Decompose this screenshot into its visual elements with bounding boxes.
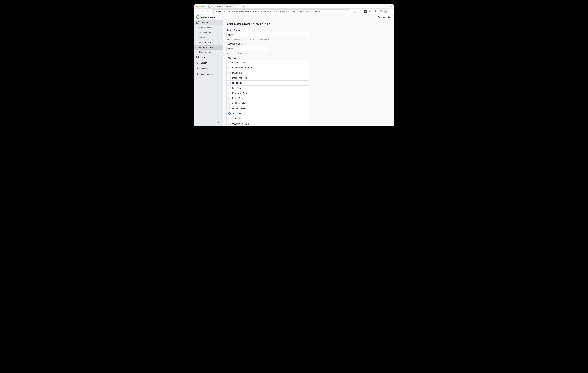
technical-name-input[interactable]: [226, 46, 268, 51]
field-type-label: Date Field: [232, 72, 242, 74]
technical-name-label: Technical Name: [226, 43, 390, 45]
svg-line-8: [384, 16, 385, 17]
browser-menu-icon[interactable]: [389, 10, 392, 13]
field-type-option[interactable]: Content Picker Field: [227, 65, 309, 70]
chevron-right-icon: ›: [220, 73, 220, 75]
radio-icon: [228, 82, 231, 84]
sidebar-item-security[interactable]: Security ›: [194, 66, 223, 71]
field-type-option[interactable]: Numeric Field: [227, 106, 309, 111]
radio-icon: [228, 118, 231, 120]
field-type-option[interactable]: Boolean Field: [227, 60, 309, 65]
sidebar-item-search[interactable]: Search ›: [194, 60, 223, 66]
radio-icon: [228, 92, 231, 94]
edit-icon: [196, 21, 199, 24]
window-zoom[interactable]: [202, 6, 204, 7]
browser-toolbar: i localhost:5243/Admin/ContentTypes/AddF…: [194, 9, 394, 14]
sidebar-item-design[interactable]: Design ›: [194, 55, 223, 60]
svg-point-6: [391, 11, 391, 11]
svg-point-12: [197, 62, 198, 64]
share-icon[interactable]: [353, 10, 357, 13]
chevron-down-icon: ⌄: [219, 22, 220, 24]
app-body: Content ⌄ Content Items Media Library Me…: [194, 20, 394, 126]
radio-icon: [228, 97, 231, 99]
sidebar-collapse-button[interactable]: [217, 121, 221, 125]
field-type-option[interactable]: User Picker Field: [227, 121, 309, 126]
svg-point-2: [369, 11, 371, 12]
url-port: :5243: [223, 10, 228, 12]
field-type-label: Markdown Field: [232, 92, 248, 94]
sidebar-item-content-items[interactable]: Content Items: [194, 25, 223, 30]
field-type-label: Multi Text Field: [232, 102, 247, 105]
browser-tab[interactable]: orchard-demo - Add New Fiel… ×: [207, 4, 241, 9]
field-type-option[interactable]: Time Field: [227, 116, 309, 121]
nav-forward-button[interactable]: [200, 10, 204, 13]
field-type-option[interactable]: Markdown Field: [227, 91, 309, 96]
field-type-option[interactable]: Date Time Field: [227, 75, 309, 80]
app-header: orchard-demo ▼: [194, 14, 394, 20]
tab-close-icon[interactable]: ×: [238, 5, 240, 8]
display-name-hint: Name of the field as it will be displaye…: [226, 38, 390, 41]
window-close[interactable]: [196, 6, 198, 7]
nav-back-button[interactable]: [196, 10, 199, 13]
sidebar-item-configuration[interactable]: Configuration ›: [194, 71, 223, 77]
field-type-label: Date Time Field: [232, 77, 247, 79]
field-type-option[interactable]: Link Field: [227, 86, 309, 91]
field-type-option[interactable]: Multi Text Field: [227, 101, 309, 106]
radio-icon: [228, 112, 231, 115]
chevron-down-icon: ⌄: [219, 41, 220, 43]
field-type-label: Numeric Field: [232, 107, 245, 110]
page-title: Add New Field To "Recipe": [226, 22, 390, 26]
field-type-option[interactable]: Media Field: [227, 96, 309, 101]
extension-badge[interactable]: •••: [364, 10, 367, 13]
field-type-label: Content Picker Field: [232, 66, 252, 69]
svg-rect-9: [196, 56, 199, 58]
window-minimize[interactable]: [199, 6, 201, 7]
radio-icon: [228, 87, 231, 89]
url-host: localhost: [215, 10, 223, 12]
new-tab-button[interactable]: +: [241, 4, 245, 9]
sidebar-item-content[interactable]: Content ⌄: [194, 20, 223, 25]
lock-icon: [196, 67, 199, 70]
extensions-puzzle-icon[interactable]: [374, 10, 377, 13]
radio-icon: [228, 107, 231, 110]
admin-sidebar: Content ⌄ Content Items Media Library Me…: [194, 20, 223, 126]
field-type-label: Text Field: [232, 112, 242, 115]
radio-icon: [228, 72, 231, 74]
field-type-option[interactable]: Text Field: [227, 111, 309, 116]
radio-icon: [228, 62, 231, 64]
sidebar-item-content-definition[interactable]: Content Definition ⌄: [194, 40, 223, 45]
sidebar-item-media-library[interactable]: Media Library: [194, 30, 223, 35]
url-path: /Admin/ContentTypes/AddFieldsTo/Recipe?r…: [228, 10, 320, 12]
dark-mode-icon[interactable]: [378, 15, 380, 19]
address-bar[interactable]: i localhost:5243/Admin/ContentTypes/AddF…: [210, 10, 352, 13]
bookmark-icon[interactable]: [358, 10, 362, 13]
nav-reload-button[interactable]: [205, 10, 209, 13]
display-name-input[interactable]: [226, 32, 309, 37]
sidebar-item-content-types[interactable]: Content Types: [194, 45, 223, 50]
side-panel-icon[interactable]: [379, 10, 382, 13]
field-type-label: Html Field: [232, 82, 242, 84]
user-menu[interactable]: ▼: [388, 16, 392, 18]
tab-overflow-icon[interactable]: [390, 5, 392, 8]
svg-line-13: [198, 63, 199, 64]
field-type-option[interactable]: Html Field: [227, 80, 309, 86]
sidebar-label: Content Definition: [199, 41, 215, 44]
sidebar-label: Content: [201, 22, 208, 24]
sidebar-label: Design: [201, 56, 207, 58]
tab-favicon: [208, 6, 210, 8]
brand-name[interactable]: orchard-demo: [201, 16, 216, 18]
extension-icon[interactable]: [368, 10, 372, 13]
brand-logo-icon[interactable]: [196, 15, 200, 19]
chevron-right-icon: ›: [220, 67, 220, 69]
sidebar-item-content-parts[interactable]: Content Parts: [194, 50, 223, 55]
field-type-label: Media Field: [232, 97, 243, 99]
field-type-option[interactable]: Date Field: [227, 70, 309, 75]
radio-icon: [228, 77, 231, 79]
sidebar-item-menus[interactable]: Menus: [194, 35, 223, 40]
profile-avatar[interactable]: M: [384, 10, 387, 13]
svg-point-5: [391, 11, 391, 11]
open-external-icon[interactable]: [383, 15, 385, 18]
site-info-icon[interactable]: i: [212, 10, 214, 12]
field-type-label: User Picker Field: [232, 122, 249, 125]
field-type-label: Field Type: [226, 56, 390, 59]
